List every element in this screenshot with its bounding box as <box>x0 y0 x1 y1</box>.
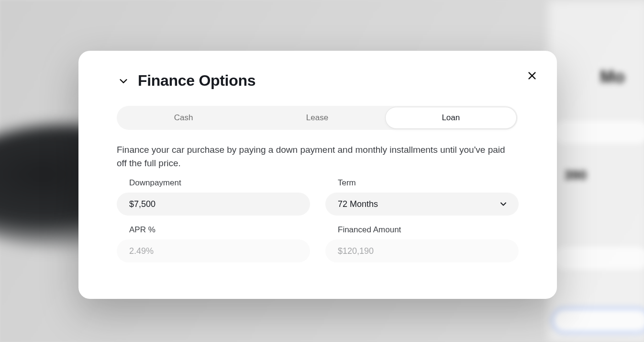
heading-blur: Mo <box>600 67 625 87</box>
finance-tabs: Cash Lease Loan <box>117 106 518 130</box>
close-button[interactable] <box>524 68 540 83</box>
downpayment-value: $7,500 <box>129 199 155 209</box>
field-term: Term 72 Months <box>325 178 519 216</box>
chip-blur <box>553 121 644 144</box>
field-apr: APR % 2.49% <box>117 225 310 262</box>
finance-form: Downpayment $7,500 Term 72 Months APR % … <box>117 178 519 262</box>
collapse-toggle[interactable] <box>117 74 130 88</box>
tab-cash[interactable]: Cash <box>117 106 250 130</box>
finance-description: Finance your car purchase by paying a do… <box>117 143 514 170</box>
term-label: Term <box>325 178 519 188</box>
apr-display: 2.49% <box>117 239 310 262</box>
field-financed-amount: Financed Amount $120,190 <box>325 225 519 262</box>
apr-value: 2.49% <box>129 246 154 256</box>
chevron-down-icon <box>118 76 129 86</box>
term-select[interactable]: 72 Months <box>325 193 519 216</box>
apr-label: APR % <box>117 225 310 235</box>
side-panel-blur <box>548 0 644 342</box>
field-downpayment: Downpayment $7,500 <box>117 178 310 216</box>
finance-options-modal: Finance Options Cash Lease Loan Finance … <box>78 51 557 299</box>
downpayment-label: Downpayment <box>117 178 310 188</box>
tab-lease[interactable]: Lease <box>250 106 384 130</box>
stat-blur: 390 <box>564 168 587 183</box>
close-icon <box>527 70 537 81</box>
chip-blur-selected <box>553 309 644 332</box>
financed-amount-display: $120,190 <box>325 239 519 262</box>
modal-header: Finance Options <box>117 72 519 90</box>
financed-amount-value: $120,190 <box>338 246 374 256</box>
modal-title: Finance Options <box>138 72 255 90</box>
tab-loan[interactable]: Loan <box>384 106 518 130</box>
term-value: 72 Months <box>338 199 378 209</box>
downpayment-input[interactable]: $7,500 <box>117 193 310 216</box>
chevron-down-icon <box>499 199 508 209</box>
chip-blur <box>553 247 644 270</box>
financed-amount-label: Financed Amount <box>325 225 519 235</box>
